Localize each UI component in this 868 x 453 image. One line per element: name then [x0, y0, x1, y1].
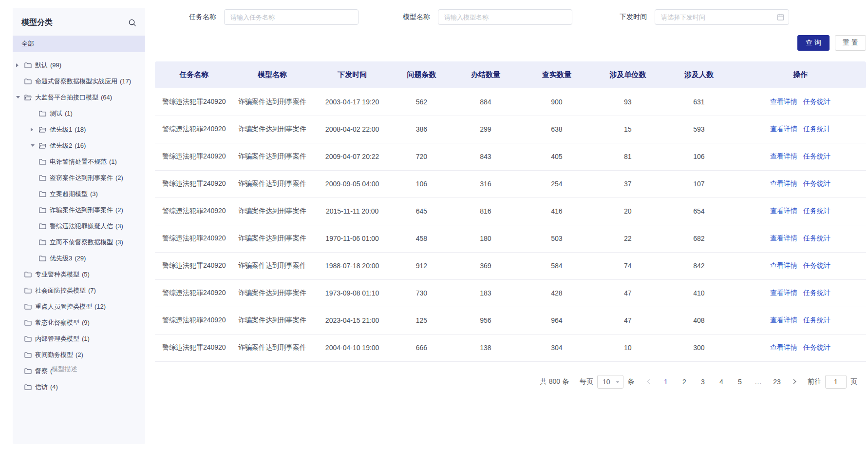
- more-pages-button[interactable]: ...: [751, 378, 766, 386]
- tree-item-19[interactable]: 督察(模型描述: [13, 363, 145, 379]
- tree-item-3[interactable]: 测试(1): [13, 105, 145, 121]
- tree-item-2[interactable]: 大监督平台抽接口模型(64): [13, 89, 145, 105]
- page-2-button[interactable]: 2: [677, 378, 692, 386]
- category-tree: 默认(99)命题式督察数据模型实战应用(17)大监督平台抽接口模型(64)测试(…: [13, 52, 145, 395]
- tree-item-5[interactable]: 优先级2(16): [13, 138, 145, 154]
- task-stats-link[interactable]: 任务统计: [803, 343, 830, 351]
- caret-right-icon[interactable]: [31, 128, 39, 132]
- cell-task-name: 警综违法犯罪240920: [155, 197, 233, 225]
- folder-icon: [24, 368, 32, 374]
- table-row: 警综违法犯罪240920诈骗案件达到刑事案件1988-07-18 20:0091…: [155, 252, 866, 279]
- cell-done-count: 316: [450, 170, 521, 197]
- table-row: 警综违法犯罪240920诈骗案件达到刑事案件2009-04-07 20:2272…: [155, 143, 866, 170]
- view-details-link[interactable]: 查看详情: [770, 234, 797, 242]
- search-icon[interactable]: [128, 19, 136, 27]
- cell-issue-time: 2004-04-10 19:00: [311, 334, 393, 361]
- tree-item-8[interactable]: 立案超期模型(3): [13, 186, 145, 202]
- task-stats-link[interactable]: 任务统计: [803, 261, 830, 269]
- reset-button[interactable]: 重 置: [835, 35, 866, 51]
- tree-item-label: 默认: [35, 61, 48, 70]
- caret-down-icon[interactable]: [16, 96, 24, 98]
- tree-item-1[interactable]: 命题式督察数据模型实战应用(17): [13, 73, 145, 89]
- tree-item-18[interactable]: 夜间勤务模型(2): [13, 347, 145, 363]
- caret-down-icon[interactable]: [31, 144, 39, 147]
- view-details-link[interactable]: 查看详情: [770, 207, 797, 215]
- task-stats-link[interactable]: 任务统计: [803, 179, 830, 187]
- query-button[interactable]: 查 询: [797, 35, 830, 51]
- tree-item-count: (17): [120, 78, 131, 85]
- page-4-button[interactable]: 4: [714, 378, 729, 386]
- tree-item-13[interactable]: 专业警种类模型(5): [13, 266, 145, 282]
- cell-issue-time: 1970-11-06 01:00: [311, 225, 393, 252]
- cell-task-name: 警综违法犯罪240920: [155, 170, 233, 197]
- goto-page-input[interactable]: [825, 375, 847, 389]
- cell-issue-time: 2023-04-15 21:00: [311, 307, 393, 334]
- cell-actions: 查看详情任务统计: [735, 88, 866, 116]
- next-page-button[interactable]: [786, 380, 801, 383]
- view-details-link[interactable]: 查看详情: [770, 98, 797, 105]
- view-details-link[interactable]: 查看详情: [770, 152, 797, 160]
- cell-people-count: 410: [663, 279, 735, 307]
- view-details-link[interactable]: 查看详情: [770, 316, 797, 324]
- task-name-input[interactable]: [224, 9, 359, 25]
- column-header-0: 任务名称: [155, 61, 233, 88]
- prev-page-button[interactable]: [642, 380, 657, 383]
- page-1-button[interactable]: 1: [659, 378, 673, 386]
- cell-verified-count: 900: [521, 88, 592, 116]
- cell-verified-count: 638: [521, 116, 592, 143]
- tree-item-4[interactable]: 优先级1(18): [13, 121, 145, 138]
- tree-item-count: (3): [115, 222, 123, 230]
- tree-item-count: (3): [115, 238, 123, 246]
- task-stats-link[interactable]: 任务统计: [803, 98, 830, 105]
- page-5-button[interactable]: 5: [733, 378, 747, 386]
- tree-item-label: 重点人员管控类模型: [35, 302, 92, 311]
- goto-prefix: 前往: [808, 377, 821, 386]
- issue-time-input[interactable]: [655, 9, 789, 25]
- tree-item-10[interactable]: 警综违法犯罪嫌疑人信(3): [13, 218, 145, 234]
- task-stats-link[interactable]: 任务统计: [803, 125, 830, 133]
- cell-people-count: 300: [663, 334, 735, 361]
- page-size-select[interactable]: 10: [597, 375, 623, 389]
- tree-item-9[interactable]: 诈骗案件达到刑事案件(2): [13, 202, 145, 218]
- cell-task-name: 警综违法犯罪240920: [155, 252, 233, 279]
- table-row: 警综违法犯罪240920诈骗案件达到刑事案件2003-04-17 19:2056…: [155, 88, 866, 116]
- folder-open-icon: [39, 142, 46, 149]
- page-3-button[interactable]: 3: [696, 378, 710, 386]
- tree-item-0[interactable]: 默认(99): [13, 57, 145, 73]
- tree-item-14[interactable]: 社会面防控类模型(7): [13, 282, 145, 298]
- sidebar-title: 模型分类: [21, 18, 53, 28]
- task-stats-link[interactable]: 任务统计: [803, 207, 830, 215]
- tree-item-12[interactable]: 优先级3(29): [13, 250, 145, 266]
- page-23-button[interactable]: 23: [770, 378, 784, 386]
- task-stats-link[interactable]: 任务统计: [803, 316, 830, 324]
- task-stats-link[interactable]: 任务统计: [803, 289, 830, 296]
- tree-item-label: 优先级3: [50, 254, 72, 263]
- task-stats-link[interactable]: 任务统计: [803, 234, 830, 242]
- view-details-link[interactable]: 查看详情: [770, 261, 797, 269]
- view-details-link[interactable]: 查看详情: [770, 343, 797, 351]
- view-details-link[interactable]: 查看详情: [770, 289, 797, 296]
- tree-item-label: 立而不侦督察数据模型: [50, 238, 113, 247]
- column-header-7: 涉及人数: [663, 61, 735, 88]
- folder-icon: [39, 255, 46, 261]
- cell-actions: 查看详情任务统计: [735, 307, 866, 334]
- tree-item-count: (1): [82, 335, 90, 342]
- tree-item-7[interactable]: 盗窃案件达到刑事案件(2): [13, 170, 145, 186]
- tree-item-16[interactable]: 常态化督察模型(9): [13, 315, 145, 331]
- tree-item-label: 警综违法犯罪嫌疑人信: [50, 222, 113, 231]
- tree-item-17[interactable]: 内部管理类模型(1): [13, 331, 145, 347]
- calendar-icon[interactable]: [777, 14, 784, 21]
- tree-item-all[interactable]: 全部: [13, 36, 145, 52]
- cell-issue-time: 2009-09-05 04:00: [311, 170, 393, 197]
- tree-item-11[interactable]: 立而不侦督察数据模型(3): [13, 234, 145, 250]
- tree-item-20[interactable]: 信访(4): [13, 379, 145, 395]
- tree-item-15[interactable]: 重点人员管控类模型(12): [13, 298, 145, 315]
- view-details-link[interactable]: 查看详情: [770, 125, 797, 133]
- cell-done-count: 138: [450, 334, 521, 361]
- caret-right-icon[interactable]: [16, 63, 24, 67]
- tree-item-6[interactable]: 电诈警情处置不规范(1): [13, 154, 145, 170]
- view-details-link[interactable]: 查看详情: [770, 179, 797, 187]
- cell-done-count: 180: [450, 225, 521, 252]
- model-name-input[interactable]: [438, 9, 572, 25]
- task-stats-link[interactable]: 任务统计: [803, 152, 830, 160]
